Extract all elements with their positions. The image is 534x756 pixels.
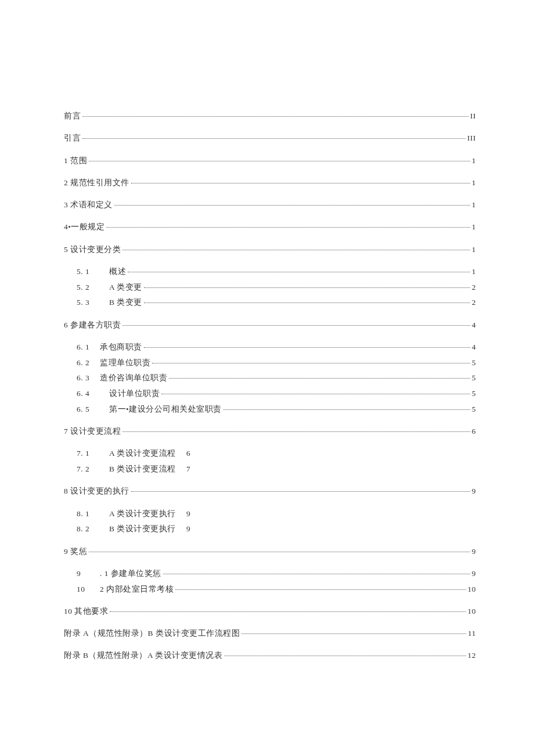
toc-page: 1	[472, 155, 476, 167]
toc-page: 9	[472, 485, 476, 497]
toc-leader	[223, 409, 470, 410]
toc-page: 1	[472, 199, 476, 211]
toc-entry-s2: 2 规范性引用文件 1	[64, 177, 476, 189]
toc-label: 2 内部处室日常考核	[100, 584, 174, 595]
toc-label: 概述	[109, 266, 126, 278]
toc-entry-s7-1: 7. 1 A 类设计变更流程 6	[64, 448, 476, 459]
toc-group-s9: 9 . 1 参建单位奖惩 9 10 2 内部处室日常考核 10	[64, 568, 476, 595]
toc-label: 设计单位职责	[109, 388, 160, 399]
toc-entry-s3: 3 术语和定义 1	[64, 199, 476, 211]
toc-leader	[122, 325, 470, 326]
toc-leader	[144, 287, 470, 288]
toc-label: . 1 参建单位奖惩	[100, 568, 161, 579]
toc-page: III	[467, 132, 476, 144]
toc-label: 承包商职责	[100, 341, 142, 353]
toc-entry-s6-4: 6. 4 设计单位职责 5	[64, 388, 476, 399]
toc-label: 第一•建设分公司相关处室职责	[109, 404, 222, 415]
toc-leader	[161, 394, 470, 394]
toc-page: II	[470, 110, 476, 122]
toc-page: 5	[472, 388, 476, 399]
toc-num: 5. 2	[77, 282, 109, 293]
toc-page: 9	[472, 546, 476, 557]
toc-page: 2	[472, 282, 476, 293]
toc-leader	[169, 378, 470, 379]
toc-num: 10	[77, 584, 100, 595]
toc-page: 6	[186, 448, 190, 459]
toc-num: 6. 4	[77, 388, 109, 399]
toc-label: 监理单位职责	[100, 357, 150, 369]
toc-leader	[122, 431, 470, 432]
toc-label: A 类设计变更执行	[109, 508, 176, 520]
toc-entry-s8-1: 8. 1 A 类设计变更执行 9	[64, 508, 476, 520]
toc-page: 10	[468, 584, 477, 595]
toc-num: 8. 2	[77, 523, 109, 535]
toc-entry-s4: 4•一般规定 1	[64, 221, 476, 233]
toc-entry-appA: 附录 A（规范性附录）B 类设计变更工作流程图 11	[64, 628, 476, 639]
toc-page: 10	[468, 606, 477, 617]
toc-leader	[224, 656, 466, 656]
toc-label: 6 参建各方职责	[64, 319, 121, 331]
toc-entry-s10: 10 其他要求 10	[64, 606, 476, 617]
toc-group-s6: 6. 1 承包商职责 4 6. 2 监理单位职责 5 6. 3 造价咨询单位职责…	[64, 341, 476, 415]
toc-entry-s9-2: 10 2 内部处室日常考核 10	[64, 584, 476, 595]
toc-page: 5	[472, 404, 476, 415]
toc-page: 9	[186, 523, 190, 535]
toc-leader	[152, 363, 470, 363]
toc-num: 5. 3	[77, 297, 109, 308]
toc-page: 4	[472, 319, 476, 331]
toc-label: B 类设计变更执行	[109, 523, 176, 535]
toc-num: 6. 1	[77, 341, 100, 353]
toc-num: 6. 5	[77, 404, 109, 415]
toc-entry-s5-1: 5. 1 概述 1	[64, 266, 476, 278]
toc-leader	[144, 347, 470, 348]
toc-entry-s6-3: 6. 3 造价咨询单位职责 5	[64, 372, 476, 384]
toc-label: 1 范围	[64, 155, 87, 167]
toc-page: 1	[472, 244, 476, 255]
toc-page: 1	[472, 177, 476, 189]
toc-label: 4•一般规定	[64, 221, 104, 233]
toc-label: 8 设计变更的执行	[64, 485, 129, 497]
toc-leader	[89, 552, 470, 552]
toc-entry-s6-5: 6. 5 第一•建设分公司相关处室职责 5	[64, 404, 476, 415]
toc-page: 5	[472, 372, 476, 384]
toc-num: 8. 1	[77, 508, 109, 520]
toc-entry-appB: 附录 B（规范性附录）A 类设计变更情况表 12	[64, 650, 476, 661]
toc-page: 7	[186, 463, 190, 475]
toc-num: 7. 2	[77, 463, 109, 475]
toc-entry-s8-2: 8. 2 B 类设计变更执行 9	[64, 523, 476, 535]
toc-label: 7 设计变更流程	[64, 426, 121, 437]
toc-entry-s5-3: 5. 3 B 类变更 2	[64, 297, 476, 308]
toc-group-s7: 7. 1 A 类设计变更流程 6 7. 2 B 类设计变更流程 7	[64, 448, 476, 475]
toc-leader	[106, 227, 470, 228]
toc-entry-intro: 引言 III	[64, 132, 476, 144]
toc-entry-s7-2: 7. 2 B 类设计变更流程 7	[64, 463, 476, 475]
toc-entry-s6-2: 6. 2 监理单位职责 5	[64, 357, 476, 369]
toc-page: 9	[186, 508, 190, 520]
toc-page: 2	[472, 297, 476, 308]
toc-page: 5	[472, 357, 476, 369]
toc-leader	[82, 116, 468, 117]
toc-leader	[144, 303, 470, 303]
toc-num: 9	[77, 568, 100, 579]
toc-entry-preface: 前言 II	[64, 110, 476, 122]
toc-label: 9 奖惩	[64, 546, 87, 557]
toc-label: 3 术语和定义	[64, 199, 113, 211]
toc-page: 12	[468, 650, 477, 661]
toc-leader	[122, 250, 470, 250]
toc-leader	[114, 205, 470, 206]
toc-page: 1	[472, 266, 476, 278]
toc-label: A 类变更	[109, 282, 142, 293]
toc-leader	[128, 272, 470, 272]
toc-page: 4	[472, 341, 476, 353]
toc-entry-s8: 8 设计变更的执行 9	[64, 485, 476, 497]
toc-leader	[82, 138, 466, 139]
toc-page: 6	[472, 426, 476, 437]
toc-group-s5: 5. 1 概述 1 5. 2 A 类变更 2 5. 3 B 类变更 2	[64, 266, 476, 309]
toc-label: 前言	[64, 110, 81, 122]
toc-label: 附录 B（规范性附录）A 类设计变更情况表	[64, 650, 222, 661]
toc-label: 引言	[64, 132, 81, 144]
toc-entry-s1: 1 范围 1	[64, 155, 476, 167]
toc-entry-s9: 9 奖惩 9	[64, 546, 476, 557]
toc-label: B 类变更	[109, 297, 142, 308]
toc-entry-s6-1: 6. 1 承包商职责 4	[64, 341, 476, 353]
